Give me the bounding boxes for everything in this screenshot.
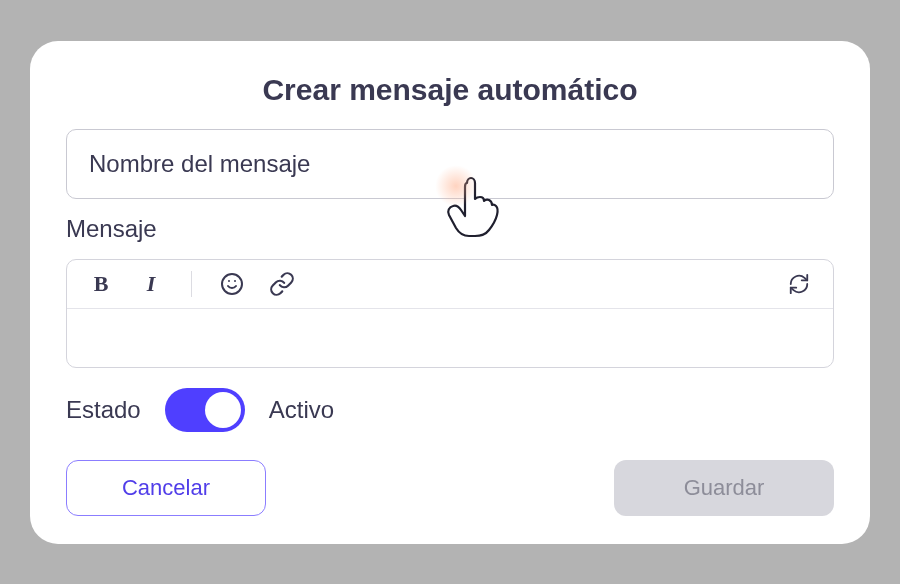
modal-title: Crear mensaje automático (66, 73, 834, 107)
italic-button[interactable]: I (137, 270, 165, 298)
status-value: Activo (269, 396, 334, 424)
modal-actions: Cancelar Guardar (66, 460, 834, 516)
editor-toolbar: B I (67, 260, 833, 309)
emoji-icon (220, 272, 244, 296)
refresh-button[interactable] (785, 270, 813, 298)
message-editor: B I (66, 259, 834, 368)
link-button[interactable] (268, 270, 296, 298)
refresh-icon (788, 273, 810, 295)
cancel-button[interactable]: Cancelar (66, 460, 266, 516)
svg-point-0 (222, 274, 242, 294)
message-textarea[interactable] (67, 309, 833, 367)
message-name-input[interactable] (66, 129, 834, 199)
bold-button[interactable]: B (87, 270, 115, 298)
status-toggle[interactable] (165, 388, 245, 432)
toggle-knob (205, 392, 241, 428)
emoji-button[interactable] (218, 270, 246, 298)
create-auto-message-modal: Crear mensaje automático Mensaje B I (30, 41, 870, 544)
status-label: Estado (66, 396, 141, 424)
toolbar-divider (191, 271, 192, 297)
status-row: Estado Activo (66, 388, 834, 432)
save-button[interactable]: Guardar (614, 460, 834, 516)
message-field-label: Mensaje (66, 215, 834, 243)
link-icon (269, 271, 295, 297)
